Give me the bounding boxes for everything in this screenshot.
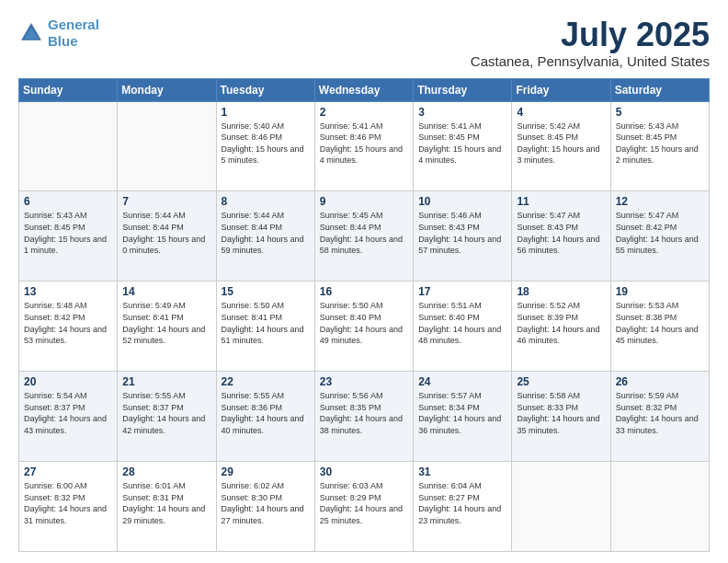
- day-info: Sunrise: 5:54 AMSunset: 8:37 PMDaylight:…: [24, 390, 112, 436]
- day-info: Sunrise: 6:03 AMSunset: 8:29 PMDaylight:…: [320, 480, 408, 526]
- day-number: 21: [122, 375, 210, 388]
- day-info: Sunrise: 5:52 AMSunset: 8:39 PMDaylight:…: [517, 300, 605, 346]
- day-info: Sunrise: 6:02 AMSunset: 8:30 PMDaylight:…: [222, 480, 310, 526]
- logo: General Blue: [18, 17, 99, 50]
- day-number: 30: [320, 465, 408, 478]
- calendar-cell: 17Sunrise: 5:51 AMSunset: 8:40 PMDayligh…: [414, 282, 512, 372]
- calendar-cell: 2Sunrise: 5:41 AMSunset: 8:46 PMDaylight…: [314, 101, 413, 191]
- day-info: Sunrise: 5:58 AMSunset: 8:33 PMDaylight:…: [517, 390, 605, 436]
- day-number: 7: [122, 195, 210, 208]
- calendar-cell: 12Sunrise: 5:47 AMSunset: 8:42 PMDayligh…: [610, 191, 709, 282]
- day-info: Sunrise: 6:01 AMSunset: 8:31 PMDaylight:…: [122, 480, 210, 526]
- day-info: Sunrise: 5:50 AMSunset: 8:41 PMDaylight:…: [222, 300, 310, 346]
- column-header-tuesday: Tuesday: [216, 78, 314, 101]
- column-header-sunday: Sunday: [19, 78, 118, 101]
- day-number: 28: [122, 465, 210, 478]
- day-number: 2: [320, 106, 408, 119]
- day-info: Sunrise: 5:43 AMSunset: 8:45 PMDaylight:…: [616, 121, 704, 167]
- day-info: Sunrise: 5:49 AMSunset: 8:41 PMDaylight:…: [122, 300, 210, 346]
- calendar-cell: 23Sunrise: 5:56 AMSunset: 8:35 PMDayligh…: [314, 372, 413, 462]
- day-number: 6: [24, 195, 112, 208]
- day-info: Sunrise: 5:42 AMSunset: 8:45 PMDaylight:…: [517, 121, 605, 167]
- logo-icon: [18, 20, 44, 46]
- calendar-cell: 5Sunrise: 5:43 AMSunset: 8:45 PMDaylight…: [610, 101, 709, 191]
- day-number: 15: [222, 285, 310, 298]
- day-info: Sunrise: 5:44 AMSunset: 8:44 PMDaylight:…: [122, 210, 210, 256]
- header: General Blue July 2025 Castanea, Pennsyl…: [18, 17, 710, 69]
- calendar-cell: 13Sunrise: 5:48 AMSunset: 8:42 PMDayligh…: [19, 282, 118, 372]
- day-number: 12: [616, 195, 704, 208]
- day-info: Sunrise: 5:57 AMSunset: 8:34 PMDaylight:…: [418, 390, 506, 436]
- day-info: Sunrise: 6:04 AMSunset: 8:27 PMDaylight:…: [418, 480, 506, 526]
- calendar-cell: 10Sunrise: 5:46 AMSunset: 8:43 PMDayligh…: [414, 191, 512, 282]
- column-header-thursday: Thursday: [414, 78, 512, 101]
- calendar-cell: 7Sunrise: 5:44 AMSunset: 8:44 PMDaylight…: [118, 191, 216, 282]
- day-number: 16: [320, 285, 408, 298]
- day-number: 19: [616, 285, 704, 298]
- day-number: 4: [517, 106, 605, 119]
- calendar-cell: 25Sunrise: 5:58 AMSunset: 8:33 PMDayligh…: [512, 372, 610, 462]
- day-number: 23: [320, 375, 408, 388]
- calendar-row-1: 1Sunrise: 5:40 AMSunset: 8:46 PMDaylight…: [19, 101, 710, 191]
- day-info: Sunrise: 5:56 AMSunset: 8:35 PMDaylight:…: [320, 390, 408, 436]
- calendar-cell: [19, 101, 118, 191]
- day-info: Sunrise: 5:59 AMSunset: 8:32 PMDaylight:…: [616, 390, 704, 436]
- column-header-wednesday: Wednesday: [314, 78, 413, 101]
- day-info: Sunrise: 5:50 AMSunset: 8:40 PMDaylight:…: [320, 300, 408, 346]
- calendar-cell: 29Sunrise: 6:02 AMSunset: 8:30 PMDayligh…: [216, 462, 314, 552]
- calendar-cell: [512, 462, 610, 552]
- calendar-cell: 24Sunrise: 5:57 AMSunset: 8:34 PMDayligh…: [414, 372, 512, 462]
- month-title: July 2025: [471, 17, 710, 53]
- day-number: 26: [616, 375, 704, 388]
- calendar-cell: 16Sunrise: 5:50 AMSunset: 8:40 PMDayligh…: [314, 282, 413, 372]
- day-number: 27: [24, 465, 112, 478]
- day-info: Sunrise: 5:41 AMSunset: 8:45 PMDaylight:…: [418, 121, 506, 167]
- title-block: July 2025 Castanea, Pennsylvania, United…: [471, 17, 710, 69]
- location-title: Castanea, Pennsylvania, United States: [471, 53, 710, 69]
- logo-text: General Blue: [48, 17, 99, 50]
- day-number: 20: [24, 375, 112, 388]
- calendar-cell: 11Sunrise: 5:47 AMSunset: 8:43 PMDayligh…: [512, 191, 610, 282]
- day-info: Sunrise: 5:55 AMSunset: 8:37 PMDaylight:…: [122, 390, 210, 436]
- day-number: 22: [222, 375, 310, 388]
- day-number: 3: [418, 106, 506, 119]
- calendar-cell: 31Sunrise: 6:04 AMSunset: 8:27 PMDayligh…: [414, 462, 512, 552]
- calendar-row-4: 20Sunrise: 5:54 AMSunset: 8:37 PMDayligh…: [19, 372, 710, 462]
- day-info: Sunrise: 5:48 AMSunset: 8:42 PMDaylight:…: [24, 300, 112, 346]
- day-number: 9: [320, 195, 408, 208]
- calendar-cell: 1Sunrise: 5:40 AMSunset: 8:46 PMDaylight…: [216, 101, 314, 191]
- calendar-cell: 15Sunrise: 5:50 AMSunset: 8:41 PMDayligh…: [216, 282, 314, 372]
- day-info: Sunrise: 5:44 AMSunset: 8:44 PMDaylight:…: [222, 210, 310, 256]
- day-number: 17: [418, 285, 506, 298]
- calendar-cell: 27Sunrise: 6:00 AMSunset: 8:32 PMDayligh…: [19, 462, 118, 552]
- day-number: 11: [517, 195, 605, 208]
- calendar-cell: 26Sunrise: 5:59 AMSunset: 8:32 PMDayligh…: [610, 372, 709, 462]
- day-info: Sunrise: 5:53 AMSunset: 8:38 PMDaylight:…: [616, 300, 704, 346]
- page: General Blue July 2025 Castanea, Pennsyl…: [0, 0, 728, 563]
- day-info: Sunrise: 5:46 AMSunset: 8:43 PMDaylight:…: [418, 210, 506, 256]
- day-info: Sunrise: 5:41 AMSunset: 8:46 PMDaylight:…: [320, 121, 408, 167]
- calendar-cell: 4Sunrise: 5:42 AMSunset: 8:45 PMDaylight…: [512, 101, 610, 191]
- day-number: 14: [122, 285, 210, 298]
- day-number: 29: [222, 465, 310, 478]
- calendar-cell: 28Sunrise: 6:01 AMSunset: 8:31 PMDayligh…: [118, 462, 216, 552]
- calendar-cell: 18Sunrise: 5:52 AMSunset: 8:39 PMDayligh…: [512, 282, 610, 372]
- calendar-cell: [610, 462, 709, 552]
- calendar-cell: 30Sunrise: 6:03 AMSunset: 8:29 PMDayligh…: [314, 462, 413, 552]
- day-number: 13: [24, 285, 112, 298]
- calendar-cell: 8Sunrise: 5:44 AMSunset: 8:44 PMDaylight…: [216, 191, 314, 282]
- day-number: 25: [517, 375, 605, 388]
- day-info: Sunrise: 5:43 AMSunset: 8:45 PMDaylight:…: [24, 210, 112, 256]
- calendar-cell: 22Sunrise: 5:55 AMSunset: 8:36 PMDayligh…: [216, 372, 314, 462]
- calendar-cell: 21Sunrise: 5:55 AMSunset: 8:37 PMDayligh…: [118, 372, 216, 462]
- calendar-cell: 14Sunrise: 5:49 AMSunset: 8:41 PMDayligh…: [118, 282, 216, 372]
- day-number: 8: [222, 195, 310, 208]
- day-number: 1: [222, 106, 310, 119]
- column-header-saturday: Saturday: [610, 78, 709, 101]
- calendar-header-row: SundayMondayTuesdayWednesdayThursdayFrid…: [19, 78, 710, 101]
- day-number: 31: [418, 465, 506, 478]
- calendar-cell: 20Sunrise: 5:54 AMSunset: 8:37 PMDayligh…: [19, 372, 118, 462]
- calendar-row-3: 13Sunrise: 5:48 AMSunset: 8:42 PMDayligh…: [19, 282, 710, 372]
- column-header-friday: Friday: [512, 78, 610, 101]
- day-number: 10: [418, 195, 506, 208]
